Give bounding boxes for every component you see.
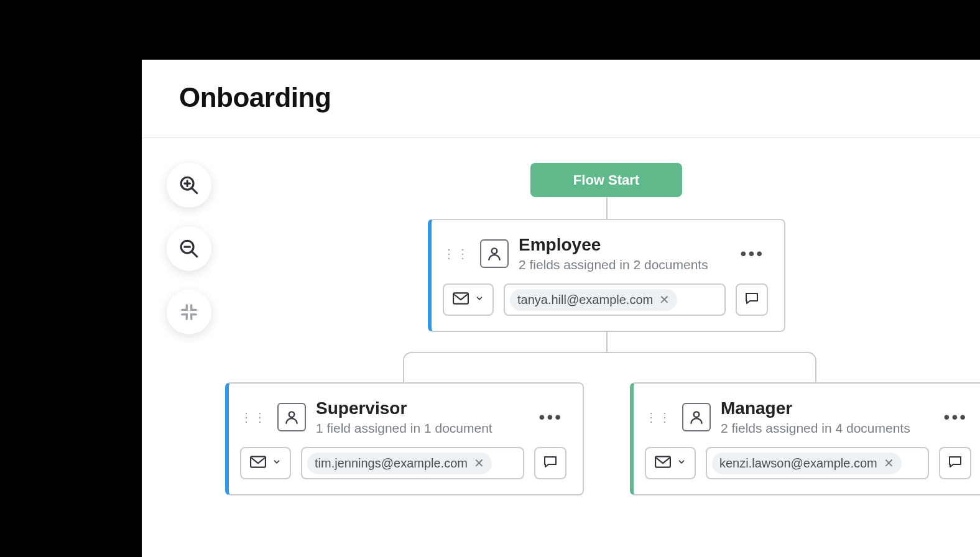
node-subtitle: 1 field assigned in 1 document: [316, 421, 525, 436]
zoom-out-button[interactable]: [167, 226, 211, 271]
recipient-input[interactable]: kenzi.lawson@example.com ✕: [706, 447, 929, 479]
flow-node-supervisor[interactable]: ⋮⋮ Supervisor 1 field assigned in 1 docu…: [225, 382, 584, 495]
svg-rect-10: [251, 456, 266, 467]
collapse-icon: [180, 303, 198, 321]
more-options-button[interactable]: •••: [737, 241, 768, 266]
connector: [403, 352, 816, 383]
page-header: Onboarding: [142, 60, 980, 138]
node-header: ⋮⋮ Supervisor 1 field assigned in 1 docu…: [240, 398, 566, 436]
node-title: Employee: [519, 235, 727, 255]
node-controls: kenzi.lawson@example.com ✕: [645, 447, 971, 479]
flow-node-manager[interactable]: ⋮⋮ Manager 2 fields assigned in 4 docume…: [630, 382, 980, 495]
drag-handle-icon[interactable]: ⋮⋮: [645, 413, 672, 421]
email-chip: kenzi.lawson@example.com ✕: [712, 453, 902, 474]
email-chip-text: tim.jennings@example.com: [315, 456, 468, 471]
comment-button[interactable]: [939, 447, 971, 479]
mail-icon: [250, 456, 266, 471]
drag-handle-icon[interactable]: ⋮⋮: [240, 413, 267, 421]
remove-chip-button[interactable]: ✕: [659, 293, 670, 306]
recipient-input[interactable]: tim.jennings@example.com ✕: [301, 447, 524, 479]
zoom-out-icon: [178, 238, 200, 259]
app-window: Onboarding: [142, 60, 980, 557]
svg-point-7: [492, 248, 497, 254]
notification-type-button[interactable]: [443, 283, 494, 316]
svg-point-11: [694, 412, 700, 417]
node-header: ⋮⋮ Manager 2 fields assigned in 4 docume…: [645, 398, 971, 436]
comment-icon: [543, 454, 558, 472]
comment-button[interactable]: [736, 283, 768, 316]
svg-point-9: [289, 412, 295, 417]
mail-icon: [655, 456, 671, 471]
node-controls: tanya.hill@example.com ✕: [443, 283, 768, 316]
zoom-in-icon: [178, 175, 200, 196]
svg-rect-8: [453, 293, 468, 303]
person-icon: [277, 403, 306, 431]
canvas-toolbar: [167, 163, 211, 334]
email-chip-text: kenzi.lawson@example.com: [719, 456, 877, 471]
more-options-button[interactable]: •••: [940, 405, 971, 430]
svg-rect-12: [655, 456, 670, 467]
chevron-down-icon: [272, 458, 281, 469]
person-icon: [682, 403, 711, 431]
node-controls: tim.jennings@example.com ✕: [240, 447, 566, 479]
svg-line-1: [192, 188, 197, 193]
email-chip: tanya.hill@example.com ✕: [510, 289, 677, 311]
drag-handle-icon[interactable]: ⋮⋮: [443, 249, 470, 258]
zoom-in-button[interactable]: [167, 163, 211, 208]
comment-button[interactable]: [534, 447, 566, 479]
svg-line-5: [192, 252, 197, 257]
notification-type-button[interactable]: [645, 447, 696, 479]
node-header: ⋮⋮ Employee 2 fields assigned in 2 docum…: [443, 235, 768, 272]
person-icon: [480, 239, 509, 268]
more-options-button[interactable]: •••: [535, 405, 566, 430]
mail-icon: [453, 292, 469, 307]
node-subtitle: 2 fields assigned in 4 documents: [721, 421, 930, 436]
comment-icon: [948, 454, 963, 472]
flow-node-employee[interactable]: ⋮⋮ Employee 2 fields assigned in 2 docum…: [428, 219, 785, 332]
recipient-input[interactable]: tanya.hill@example.com ✕: [504, 283, 726, 316]
node-title: Supervisor: [316, 398, 525, 418]
chevron-down-icon: [677, 458, 686, 469]
remove-chip-button[interactable]: ✕: [474, 457, 484, 469]
node-subtitle: 2 fields assigned in 2 documents: [519, 257, 727, 272]
fit-screen-button[interactable]: [167, 290, 211, 334]
page-title: Onboarding: [179, 82, 980, 113]
notification-type-button[interactable]: [240, 447, 291, 479]
chevron-down-icon: [475, 294, 484, 305]
flow-start-button[interactable]: Flow Start: [530, 163, 682, 197]
email-chip-text: tanya.hill@example.com: [517, 293, 653, 307]
flow-canvas[interactable]: Flow Start ⋮⋮ Employee 2 fields assigned…: [142, 138, 980, 557]
email-chip: tim.jennings@example.com ✕: [307, 453, 492, 474]
comment-icon: [744, 291, 759, 308]
node-title: Manager: [721, 398, 930, 418]
remove-chip-button[interactable]: ✕: [884, 457, 894, 469]
connector: [606, 197, 608, 219]
